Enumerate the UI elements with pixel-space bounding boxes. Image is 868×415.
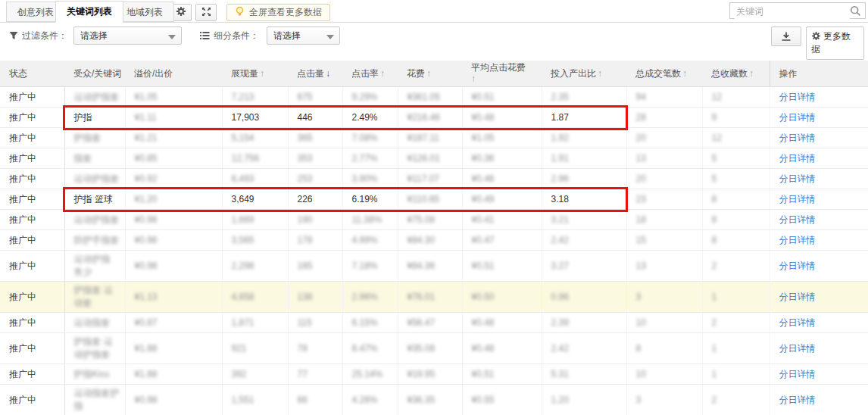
column-header-bid: 溢价/出价 bbox=[125, 61, 222, 87]
bid-value: ¥1.05 bbox=[135, 92, 158, 102]
daily-detail-link[interactable]: 分日详情 bbox=[779, 214, 816, 225]
sort-desc-icon[interactable]: ↓ bbox=[326, 68, 330, 79]
avg-click-cost-value: ¥0.48 bbox=[472, 343, 495, 354]
download-button[interactable] bbox=[771, 27, 801, 46]
bid-value: ¥0.98 bbox=[135, 214, 158, 225]
sort-asc-icon[interactable]: ↑ bbox=[749, 68, 754, 79]
tab-region-list[interactable]: 地域列表 bbox=[115, 2, 174, 22]
filter-condition-select[interactable]: 请选择 bbox=[73, 27, 182, 45]
bid-value: ¥1.88 bbox=[135, 343, 158, 354]
favorites-value: 5 bbox=[712, 153, 717, 164]
column-header-favorites[interactable]: 总收藏数↑ bbox=[702, 61, 770, 87]
clicks-cell: 115 bbox=[288, 313, 342, 333]
ctr-value: 25.14% bbox=[352, 369, 383, 379]
clicks-value: 178 bbox=[298, 235, 313, 245]
favorites-cell: 5 bbox=[702, 148, 770, 169]
daily-detail-link[interactable]: 分日详情 bbox=[779, 153, 816, 164]
column-header-impressions[interactable]: 展现量↑ bbox=[222, 61, 288, 87]
avg-click-cost-value: ¥0.50 bbox=[472, 292, 495, 302]
keyword-report-panel: 创意列表 关键词列表 地域列表 bbox=[0, 0, 868, 415]
keyword-value: 运动护指套 bbox=[74, 173, 120, 184]
expand-button[interactable] bbox=[195, 4, 217, 21]
favorites-cell: 2 bbox=[702, 313, 770, 333]
clicks-value: 138 bbox=[298, 292, 313, 302]
daily-detail-link[interactable]: 分日详情 bbox=[779, 317, 816, 328]
ctr-value: 6.15% bbox=[352, 317, 378, 328]
sort-asc-icon[interactable]: ↑ bbox=[380, 68, 385, 79]
status-cell: 推广中 bbox=[0, 108, 64, 128]
column-label: 平均点击花费 bbox=[471, 62, 526, 73]
cost-cell: ¥75.08 bbox=[398, 210, 462, 230]
cost-value: ¥76.01 bbox=[407, 292, 436, 302]
table-row: 推广中护指套 运动护指套¥1.88921788.47%¥35.08¥0.482.… bbox=[0, 333, 868, 364]
keyword-search-input[interactable] bbox=[735, 4, 850, 19]
more-data-button[interactable]: 更多数据 bbox=[806, 27, 864, 60]
clicks-cell: 446 bbox=[288, 108, 342, 128]
column-header-status: 状态 bbox=[0, 61, 64, 87]
avg-click-cost-value: ¥0.36 bbox=[472, 153, 495, 164]
sort-asc-icon[interactable]: ↑ bbox=[426, 68, 431, 79]
column-header-roi[interactable]: 投入产出比↑ bbox=[542, 61, 626, 87]
avg-click-cost-value: ¥1.05 bbox=[472, 133, 495, 143]
favorites-value: 2 bbox=[712, 395, 717, 405]
keyword-table-wrap: 状态受众/关键词溢价/出价展现量↑点击量↓点击率↑花费↑平均点击花费↑投入产出比… bbox=[0, 61, 868, 415]
fullscreen-more-data-button[interactable]: 全屏查看更多数据 bbox=[226, 4, 330, 21]
column-header-clicks[interactable]: 点击量↓ bbox=[288, 61, 342, 87]
sort-asc-icon[interactable]: ↑ bbox=[260, 68, 264, 79]
daily-detail-link[interactable]: 分日详情 bbox=[779, 369, 816, 379]
status-cell: 推广中 bbox=[0, 282, 64, 313]
ctr-value: 3.90% bbox=[352, 173, 378, 184]
daily-detail-link[interactable]: 分日详情 bbox=[779, 261, 816, 271]
keyword-value: 护指套 运动套 bbox=[74, 285, 113, 308]
favorites-value: 1 bbox=[712, 343, 717, 354]
daily-detail-link[interactable]: 分日详情 bbox=[779, 112, 816, 123]
table-row: 推广中运动护指套¥0.981,66919011.38%¥75.08¥0.413.… bbox=[0, 210, 868, 230]
avg-click-cost-cell: ¥0.46 bbox=[462, 169, 542, 189]
action-cell: 分日详情 bbox=[770, 364, 868, 385]
segment-condition-select[interactable]: 请选择 bbox=[267, 27, 340, 45]
daily-detail-link[interactable]: 分日详情 bbox=[779, 173, 816, 184]
ctr-cell: 2.49% bbox=[342, 108, 398, 128]
tab-keyword-list[interactable]: 关键词列表 bbox=[55, 1, 123, 23]
impressions-cell: 17,903 bbox=[222, 108, 288, 128]
favorites-value: 8 bbox=[712, 235, 717, 245]
column-header-orders[interactable]: 总成交笔数↑ bbox=[626, 61, 702, 87]
orders-value: 10 bbox=[636, 317, 646, 328]
bid-cell: ¥0.98 bbox=[125, 230, 222, 251]
keyword-cell: 护指套 bbox=[64, 128, 125, 148]
daily-detail-link[interactable]: 分日详情 bbox=[779, 292, 816, 302]
keyword-cell: 运动护指套 bbox=[64, 210, 125, 230]
ctr-cell: 11.38% bbox=[342, 210, 398, 230]
roi-value: 1.20 bbox=[551, 395, 569, 405]
clicks-cell: 66 bbox=[288, 385, 342, 415]
impressions-cell: 1,551 bbox=[222, 385, 288, 415]
keyword-value: 运动指套 bbox=[74, 317, 111, 328]
impressions-value: 1,871 bbox=[232, 317, 254, 328]
sort-asc-icon[interactable]: ↑ bbox=[471, 73, 539, 85]
keyword-value: 护指 bbox=[74, 112, 92, 123]
keyword-value: 运动指套护指 bbox=[74, 388, 120, 411]
keyword-cell: 护指套 运动套 bbox=[64, 282, 125, 313]
column-header-ctr[interactable]: 点击率↑ bbox=[342, 61, 398, 87]
keyword-value: 护指 篮球 bbox=[74, 194, 113, 204]
daily-detail-link[interactable]: 分日详情 bbox=[779, 133, 816, 143]
roi-cell: 2.42 bbox=[542, 333, 626, 364]
daily-detail-link[interactable]: 分日详情 bbox=[779, 92, 816, 102]
sort-asc-icon[interactable]: ↑ bbox=[598, 68, 602, 79]
avg-click-cost-value: ¥0.48 bbox=[472, 112, 495, 123]
impressions-value: 4,658 bbox=[232, 292, 254, 302]
daily-detail-link[interactable]: 分日详情 bbox=[779, 194, 816, 204]
sort-asc-icon[interactable]: ↑ bbox=[682, 68, 687, 79]
column-header-avg-click-cost[interactable]: 平均点击花费↑ bbox=[462, 61, 542, 87]
search-icon[interactable] bbox=[850, 5, 861, 17]
cost-value: ¥84.30 bbox=[407, 235, 436, 245]
column-label: 展现量 bbox=[231, 68, 258, 79]
column-header-cost[interactable]: 花费↑ bbox=[398, 61, 462, 87]
ctr-cell: 2.96% bbox=[342, 282, 398, 313]
daily-detail-link[interactable]: 分日详情 bbox=[779, 343, 816, 354]
daily-detail-link[interactable]: 分日详情 bbox=[779, 235, 816, 245]
impressions-value: 7,213 bbox=[232, 92, 254, 102]
roi-cell: 1.87 bbox=[542, 108, 626, 128]
daily-detail-link[interactable]: 分日详情 bbox=[779, 395, 816, 405]
avg-click-cost-cell: ¥0.55 bbox=[462, 385, 542, 415]
